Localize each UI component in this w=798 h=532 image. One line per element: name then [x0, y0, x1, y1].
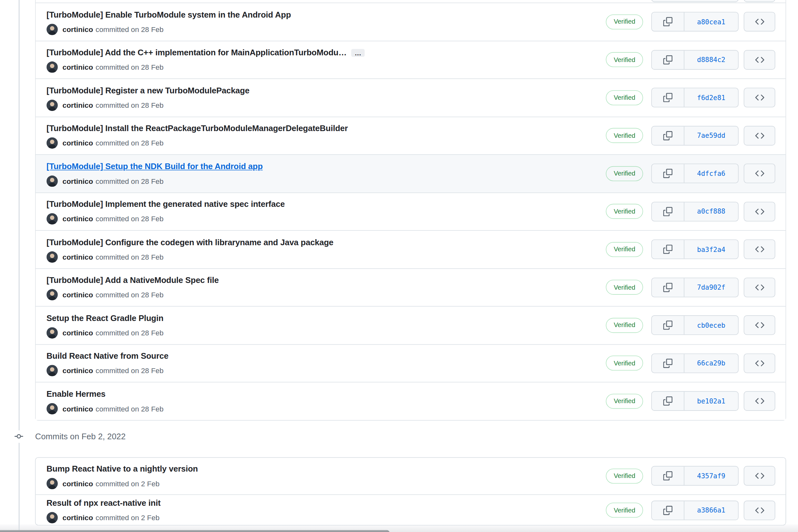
commit-sha-link[interactable]: 4dfcfa6: [684, 164, 738, 183]
commit-sha-link[interactable]: f6d2e81: [684, 88, 738, 107]
author-name-link[interactable]: cortinico: [62, 25, 93, 34]
commit-sha-link[interactable]: ba3f2a4: [684, 240, 738, 259]
verified-badge[interactable]: Verified: [606, 14, 643, 30]
verified-badge[interactable]: Verified: [606, 204, 643, 219]
commit-sha-link[interactable]: a80cea1: [684, 13, 738, 31]
code-icon: [755, 321, 764, 330]
browse-code-button[interactable]: [744, 353, 775, 373]
commit-title-link[interactable]: [TurboModule] Add the C++ implementation…: [47, 47, 346, 59]
verified-badge[interactable]: Verified: [606, 128, 643, 143]
browse-code-button[interactable]: [744, 240, 775, 259]
commit-title-link[interactable]: Bump React Native to a nightly version: [47, 463, 198, 475]
author-avatar[interactable]: [47, 512, 58, 524]
browse-code-button[interactable]: [744, 164, 775, 183]
copy-sha-button[interactable]: [652, 88, 684, 107]
copy-sha-button[interactable]: [652, 202, 684, 221]
horizontal-scrollbar-thumb[interactable]: [0, 530, 390, 532]
copy-sha-button[interactable]: [652, 392, 684, 411]
author-name-link[interactable]: cortinico: [62, 479, 93, 488]
author-name-link[interactable]: cortinico: [62, 63, 93, 71]
author-avatar[interactable]: [47, 99, 58, 111]
author-name-link[interactable]: cortinico: [62, 253, 93, 261]
author-avatar[interactable]: [47, 251, 58, 263]
author-name-link[interactable]: cortinico: [62, 513, 93, 522]
commit-sha-link[interactable]: a3866a1: [684, 501, 738, 519]
author-name-link[interactable]: cortinico: [62, 291, 93, 299]
author-avatar[interactable]: [47, 365, 58, 377]
author-avatar[interactable]: [47, 478, 58, 489]
author-name-link[interactable]: cortinico: [62, 404, 93, 413]
browse-code-button[interactable]: [744, 316, 775, 335]
commit-title-link[interactable]: [TurboModule] Install the ReactPackageTu…: [47, 122, 348, 135]
commit-sha-link[interactable]: 4357af9: [684, 467, 738, 485]
commit-sha-link[interactable]: 66ca29b: [684, 354, 738, 373]
commit-sha-link[interactable]: 7ae59dd: [684, 126, 738, 145]
author-avatar[interactable]: [47, 403, 58, 414]
copy-sha-button[interactable]: [652, 467, 684, 485]
commit-title-link[interactable]: [TurboModule] Configure the codegen with…: [47, 236, 333, 249]
verified-badge[interactable]: Verified: [606, 52, 643, 67]
commit-actions: Verified a80cea1: [606, 12, 775, 32]
author-avatar[interactable]: [47, 137, 58, 149]
browse-code-button[interactable]: [744, 500, 775, 520]
author-name-link[interactable]: cortinico: [62, 366, 93, 375]
browse-code-button[interactable]: [744, 12, 775, 32]
author-avatar[interactable]: [47, 61, 58, 73]
commit-title-link[interactable]: [TurboModule] Add a NativeModule Spec fi…: [47, 274, 219, 287]
commit-sha-link[interactable]: cb0eceb: [684, 316, 738, 335]
commit-sha-link[interactable]: a0cf888: [684, 202, 738, 221]
browse-code-button[interactable]: [744, 126, 775, 145]
author-avatar[interactable]: [47, 327, 58, 339]
verified-badge[interactable]: Verified: [606, 318, 643, 333]
browse-code-button[interactable]: [744, 50, 775, 69]
commit-title-link[interactable]: Setup the React Gradle Plugin: [47, 312, 163, 324]
author-name-link[interactable]: cortinico: [62, 215, 93, 223]
verified-badge[interactable]: Verified: [606, 502, 643, 518]
commit-title-link[interactable]: [TurboModule] Implement the generated na…: [47, 198, 285, 211]
verified-badge[interactable]: Verified: [606, 468, 643, 483]
copy-sha-button[interactable]: [652, 240, 684, 259]
author-avatar[interactable]: [47, 175, 58, 187]
verified-badge[interactable]: Verified: [606, 242, 643, 257]
author-avatar[interactable]: [47, 289, 58, 301]
author-avatar[interactable]: [47, 24, 58, 35]
commit-row: Setup the React Gradle Plugin … cortinic…: [36, 306, 785, 344]
copy-sha-button[interactable]: [652, 164, 684, 183]
commit-sha-link[interactable]: be102a1: [684, 392, 738, 411]
commit-title-link[interactable]: [TurboModule] Setup the NDK Build for th…: [47, 160, 263, 173]
browse-code-button[interactable]: [744, 466, 775, 486]
verified-badge[interactable]: Verified: [606, 280, 643, 295]
commit-row: Build React Native from Source … cortini…: [36, 344, 785, 382]
copy-sha-button[interactable]: [652, 13, 684, 31]
copy-sha-button[interactable]: [652, 354, 684, 373]
browse-code-button[interactable]: [744, 391, 775, 411]
copy-sha-button[interactable]: [652, 126, 684, 145]
author-name-link[interactable]: cortinico: [62, 101, 93, 109]
verified-badge[interactable]: Verified: [606, 90, 643, 105]
browse-code-button[interactable]: [744, 278, 775, 297]
commit-title-link[interactable]: [TurboModule] Enable TurboModule system …: [47, 8, 291, 21]
verified-badge[interactable]: Verified: [606, 394, 643, 408]
copy-icon: [663, 207, 673, 216]
copy-sha-button[interactable]: [652, 51, 684, 69]
commit-actions: Verified a0cf888: [606, 202, 775, 221]
author-name-link[interactable]: cortinico: [62, 139, 93, 147]
copy-sha-button[interactable]: [652, 316, 684, 335]
verified-badge[interactable]: Verified: [606, 166, 643, 181]
commit-title-link[interactable]: [TurboModule] Register a new TurboModule…: [47, 84, 249, 97]
commit-sha-link[interactable]: d8884c2: [684, 51, 738, 69]
commit-title-link[interactable]: Enable Hermes: [47, 388, 106, 400]
copy-sha-button[interactable]: [652, 278, 684, 297]
author-name-link[interactable]: cortinico: [62, 177, 93, 185]
commit-date-text: committed on 28 Feb: [96, 253, 163, 261]
commit-title-link[interactable]: Result of npx react-native init: [47, 497, 161, 509]
copy-sha-button[interactable]: [652, 501, 684, 519]
commit-sha-link[interactable]: 7da902f: [684, 278, 738, 297]
verified-badge[interactable]: Verified: [606, 356, 643, 371]
author-avatar[interactable]: [47, 213, 58, 225]
expand-commit-message-button[interactable]: …: [351, 49, 365, 57]
browse-code-button[interactable]: [744, 202, 775, 221]
commit-title-link[interactable]: Build React Native from Source: [47, 350, 168, 363]
author-name-link[interactable]: cortinico: [62, 329, 93, 337]
browse-code-button[interactable]: [744, 88, 775, 108]
